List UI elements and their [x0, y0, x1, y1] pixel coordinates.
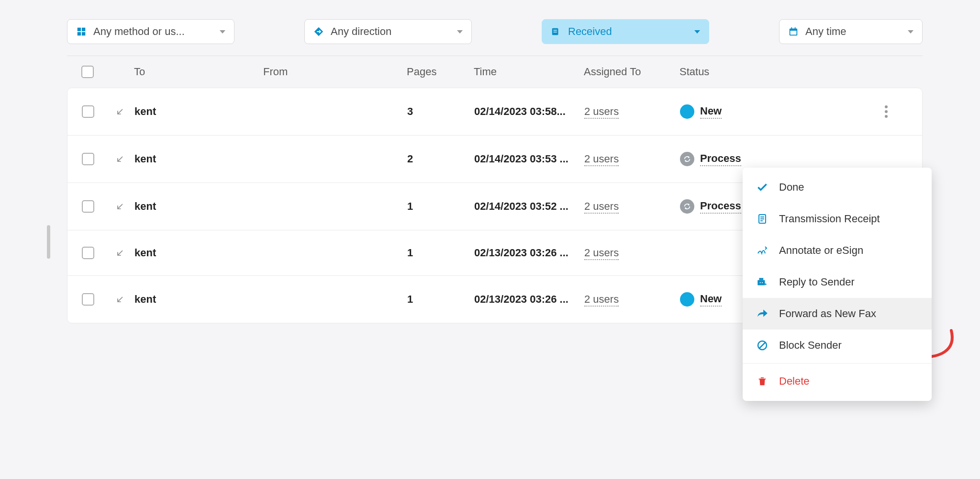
menu-label: Transmission Receipt: [779, 213, 880, 225]
incoming-arrow-icon: [115, 107, 134, 116]
cell-assigned[interactable]: 2 users: [584, 153, 619, 166]
incoming-arrow-icon: [115, 202, 134, 211]
svg-rect-5: [554, 30, 557, 31]
col-pages: Pages: [407, 66, 474, 78]
filter-time-label: Any time: [805, 25, 901, 38]
cell-to: kent: [134, 105, 264, 118]
cell-pages: 1: [407, 293, 474, 306]
cell-to: kent: [134, 293, 264, 306]
grid-icon: [76, 26, 87, 37]
status-text: Process: [700, 152, 741, 166]
cell-pages: 1: [407, 247, 474, 259]
trash-icon: [756, 375, 768, 388]
menu-separator: [743, 363, 932, 364]
svg-rect-13: [759, 278, 764, 280]
list-icon: [551, 26, 561, 37]
col-status: Status: [679, 66, 880, 78]
cell-status[interactable]: Process: [680, 152, 879, 166]
menu-label: Reply to Sender: [779, 276, 855, 288]
direction-icon: [313, 26, 324, 37]
cell-pages: 1: [407, 200, 474, 213]
row-checkbox[interactable]: [82, 105, 94, 118]
status-dot-icon: [680, 199, 694, 214]
row-checkbox[interactable]: [82, 293, 94, 306]
incoming-arrow-icon: [115, 295, 134, 304]
svg-rect-6: [554, 32, 557, 33]
menu-label: Done: [779, 181, 804, 194]
status-text: Process: [700, 200, 741, 214]
cell-time: 02/13/2023 03:26 ...: [474, 247, 584, 259]
block-icon: [756, 339, 768, 352]
row-more-button[interactable]: [879, 104, 893, 119]
chevron-down-icon: [457, 30, 463, 34]
svg-rect-9: [791, 27, 792, 30]
cell-pages: 3: [407, 105, 474, 118]
filter-time[interactable]: Any time: [779, 19, 923, 44]
status-dot-icon: [680, 104, 694, 119]
filter-method[interactable]: Any method or us...: [67, 19, 234, 44]
row-checkbox[interactable]: [82, 153, 94, 165]
filter-method-label: Any method or us...: [93, 25, 213, 38]
cell-assigned[interactable]: 2 users: [584, 293, 619, 307]
chevron-down-icon: [694, 30, 700, 34]
menu-label: Forward as New Fax: [779, 308, 876, 320]
document-icon: [756, 213, 768, 225]
menu-label: Annotate or eSign: [779, 244, 863, 257]
table-header: To From Pages Time Assigned To Status: [67, 56, 923, 88]
scroll-handle[interactable]: [47, 225, 50, 259]
status-dot-icon: [680, 292, 694, 307]
svg-point-14: [760, 282, 761, 283]
menu-reply[interactable]: Reply to Sender: [743, 266, 932, 298]
svg-rect-8: [791, 31, 797, 34]
cell-time: 02/14/2023 03:58...: [474, 105, 584, 118]
status-text: New: [700, 105, 722, 119]
svg-rect-2: [78, 32, 81, 35]
menu-label: Block Sender: [779, 339, 842, 352]
menu-transmission-receipt[interactable]: Transmission Receipt: [743, 203, 932, 235]
cell-to: kent: [134, 200, 264, 213]
svg-rect-1: [82, 28, 85, 31]
svg-rect-12: [757, 280, 765, 285]
filter-direction-label: Any direction: [331, 25, 450, 38]
status-dot-icon: [680, 152, 694, 166]
col-assigned: Assigned To: [584, 66, 679, 78]
cell-time: 02/14/2023 03:53 ...: [474, 153, 584, 165]
table-row[interactable]: kent 3 02/14/2023 03:58... 2 users New: [67, 88, 922, 136]
fax-reply-icon: [756, 276, 768, 288]
col-to: To: [134, 66, 263, 78]
row-checkbox[interactable]: [82, 200, 94, 213]
cell-status[interactable]: New: [680, 104, 879, 119]
menu-annotate[interactable]: Annotate or eSign: [743, 235, 932, 266]
svg-rect-3: [82, 32, 85, 35]
cell-time: 02/14/2023 03:52 ...: [474, 200, 584, 213]
sign-icon: [756, 244, 768, 257]
chevron-down-icon: [220, 30, 225, 34]
menu-delete[interactable]: Delete: [743, 365, 932, 397]
cell-to: kent: [134, 247, 264, 259]
menu-block[interactable]: Block Sender: [743, 330, 932, 361]
col-from: From: [263, 66, 407, 78]
svg-point-15: [762, 282, 763, 283]
cell-time: 02/13/2023 03:26 ...: [474, 293, 584, 306]
incoming-arrow-icon: [115, 154, 134, 164]
chevron-down-icon: [908, 30, 913, 34]
menu-label: Delete: [779, 375, 810, 388]
forward-icon: [756, 308, 768, 320]
status-text: New: [700, 293, 722, 307]
svg-rect-0: [78, 28, 81, 31]
menu-done[interactable]: Done: [743, 171, 932, 203]
select-all-checkbox[interactable]: [81, 66, 94, 78]
calendar-icon: [788, 26, 799, 37]
row-checkbox[interactable]: [82, 247, 94, 259]
cell-pages: 2: [407, 153, 474, 165]
menu-forward[interactable]: Forward as New Fax: [743, 298, 932, 330]
cell-assigned[interactable]: 2 users: [584, 200, 619, 214]
col-time: Time: [474, 66, 584, 78]
row-context-menu: Done Transmission Receipt Annotate or eS…: [743, 168, 932, 401]
check-icon: [756, 181, 768, 194]
filter-status[interactable]: Received: [542, 19, 709, 44]
filter-bar: Any method or us... Any direction Receiv…: [67, 19, 923, 56]
cell-assigned[interactable]: 2 users: [584, 247, 619, 260]
filter-direction[interactable]: Any direction: [304, 19, 472, 44]
cell-assigned[interactable]: 2 users: [584, 105, 619, 119]
